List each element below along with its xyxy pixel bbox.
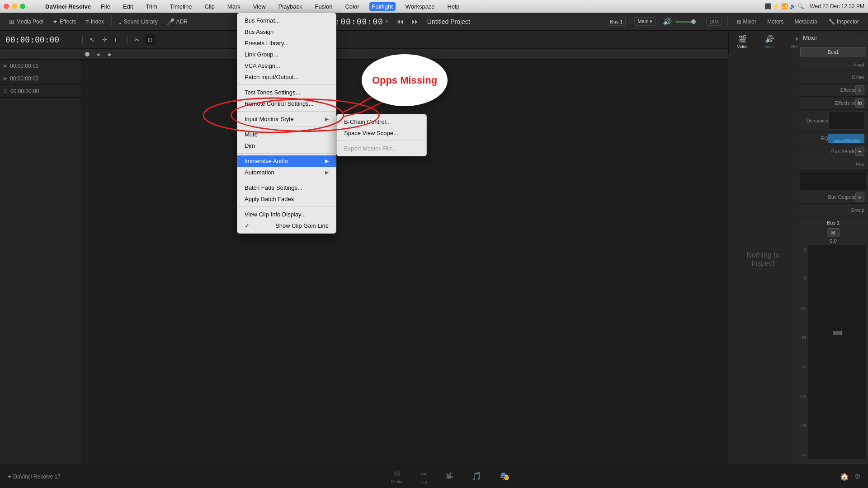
menu-bus-format[interactable]: Bus Format... xyxy=(237,15,336,26)
settings-btn[interactable]: ⚙ xyxy=(854,472,861,481)
view-menu[interactable]: View xyxy=(250,2,269,11)
media-tab-label: Media xyxy=(391,479,402,484)
dim-button[interactable]: DIM xyxy=(706,18,722,26)
sound-library-btn[interactable]: ♩ Sound Library xyxy=(115,16,161,27)
help-menu[interactable]: Help xyxy=(445,2,462,11)
adr-btn[interactable]: 🎤 ADR xyxy=(163,16,191,27)
timeline-menu[interactable]: Timeline xyxy=(167,2,195,11)
menu-vca-assign[interactable]: VCA Assign... xyxy=(237,60,336,71)
menubar-right: ⬛ ⚡ 📶 🔊 🔍 Wed 22 Dec 12:32 PM xyxy=(764,3,864,9)
menu-dim[interactable]: Dim xyxy=(237,140,336,151)
menu-bus-assign[interactable]: Bus Assign _ xyxy=(237,26,336,38)
content-area: 00:00:00:00 ↖ ✛ ⊢ ✂ ⊟ ▶ 00: xyxy=(0,31,868,465)
menu-link-group[interactable]: Link Group... xyxy=(237,49,336,60)
menu-show-clip-gain[interactable]: ✓ Show Clip Gain Line xyxy=(237,220,336,231)
menu-presets-library[interactable]: Presets Library... xyxy=(237,38,336,49)
volume-icon: 🔊 xyxy=(663,17,672,26)
ws-tab-media[interactable]: 🖥 Media xyxy=(382,466,411,487)
home-btn[interactable]: 🏠 xyxy=(840,472,849,481)
effects-in-btn[interactable]: In xyxy=(855,99,864,108)
trim-menu[interactable]: Trim xyxy=(143,2,160,11)
bus-badge[interactable]: Bus 1 xyxy=(607,18,626,26)
clip-icon-btn[interactable]: ⊟ xyxy=(145,34,156,45)
effects-btn[interactable]: ✦ Effects xyxy=(49,16,80,27)
toolbar-sep-2 xyxy=(727,17,728,26)
menu-patch-io[interactable]: Patch Input/Output... xyxy=(237,71,336,83)
tab-effects[interactable]: ✦ Effects xyxy=(783,33,798,52)
track-panel: ▶ 00:00:00:00 ▶ 00:00:00:00 ⊙ 00:00:00:0… xyxy=(0,49,81,465)
menu-immersive-audio[interactable]: Immersive Audio ▶ xyxy=(237,155,336,167)
fast-forward-btn[interactable]: ⏭ xyxy=(409,17,422,27)
timecode-dropdown[interactable]: ▾ xyxy=(385,18,388,25)
cut-tool[interactable]: ✂ xyxy=(132,35,142,44)
clip-sep xyxy=(82,35,83,44)
mixer-options-btn[interactable]: ··· xyxy=(859,34,863,41)
file-menu[interactable]: File xyxy=(98,2,113,11)
menu-batch-fade-settings[interactable]: Batch Fade Settings... xyxy=(237,182,336,193)
ws-tab-edit[interactable]: 📽 xyxy=(436,469,462,484)
media-pool-btn[interactable]: ⊞ Media Pool xyxy=(5,16,47,27)
mute-button[interactable]: M xyxy=(827,228,840,237)
edit-menu[interactable]: Edit xyxy=(120,2,136,11)
workspace-menu[interactable]: Workspace xyxy=(403,2,438,11)
bus-outputs-add-btn[interactable]: + xyxy=(855,192,864,202)
submenu-space-view[interactable]: Space View Scope... xyxy=(337,127,426,139)
clip-timecode: 00:00:00:00 xyxy=(5,35,59,44)
trim-tool[interactable]: ⊢ xyxy=(113,35,123,44)
audio-tab-icon: 🔊 xyxy=(765,35,774,43)
clip-menu[interactable]: Clip xyxy=(202,2,217,11)
volume-slider[interactable] xyxy=(675,21,703,23)
menu-apply-batch-fades[interactable]: Apply Batch Fades xyxy=(237,193,336,205)
close-button[interactable] xyxy=(4,4,9,9)
dynamics-display xyxy=(828,112,864,130)
meters-label: Meters xyxy=(767,19,784,25)
metadata-btn[interactable]: Metadata xyxy=(791,17,821,27)
inspector-btn[interactable]: 🔧 Inspector xyxy=(825,17,863,27)
main-badge[interactable]: Main ▾ xyxy=(634,17,656,26)
mark-menu[interactable]: Mark xyxy=(225,2,243,11)
ws-tab-fairlight[interactable]: 🎵 xyxy=(462,469,491,485)
index-label: Index xyxy=(91,19,104,25)
fader-track[interactable] xyxy=(808,245,866,459)
workspace-tabs: ✦ DaVinci Resolve 17 🖥 Media ✂ Cut 📽 🎵 🎭… xyxy=(0,465,868,488)
playback-menu[interactable]: Playback xyxy=(276,2,305,11)
menu-input-monitor[interactable]: Input Monitor Style ▶ xyxy=(237,113,336,125)
fusion-menu[interactable]: Fusion xyxy=(312,2,335,11)
video-tab-label: Video xyxy=(737,44,748,49)
immersive-audio-submenu: B-Chain Control... Space View Scope... E… xyxy=(336,114,427,156)
ws-tab-cut[interactable]: ✂ Cut xyxy=(411,466,436,487)
menu-remote-control[interactable]: Remote Control Settings... xyxy=(237,98,336,109)
select-tool[interactable]: ↖ xyxy=(87,35,97,44)
color-menu[interactable]: Color xyxy=(342,2,362,11)
mixer-row-dynamics: Dynamics xyxy=(798,110,868,132)
submenu-bchain[interactable]: B-Chain Control... xyxy=(337,116,426,127)
meters-btn[interactable]: Meters xyxy=(764,17,788,27)
menu-view-clip-info[interactable]: View Clip Info Display... xyxy=(237,209,336,220)
level-marks: 0 -5 -10 -15 -20 -30 -40 -50 xyxy=(800,244,806,461)
effects-add-btn[interactable]: + xyxy=(855,85,864,94)
move-tool[interactable]: ✛ xyxy=(100,35,110,44)
media-pool-area: ◆ ◆ xyxy=(81,49,728,465)
menu-automation[interactable]: Automation ▶ xyxy=(237,167,336,178)
submenu-sep xyxy=(337,141,426,141)
window-controls[interactable] xyxy=(4,4,25,9)
menu-mute[interactable]: Mute xyxy=(237,129,336,140)
bus1-badge-label: Bus1 xyxy=(827,49,839,55)
tab-audio[interactable]: 🔊 Audio xyxy=(756,33,783,52)
skip-back-btn[interactable]: ⏮ xyxy=(394,17,406,27)
menu-test-tones[interactable]: Test Tones Settings... xyxy=(237,87,336,98)
fairlight-menu-item[interactable]: Fairlight xyxy=(369,2,396,11)
ws-tab-fusion[interactable]: 🎭 xyxy=(491,469,519,485)
show-clip-gain-label: Show Clip Gain Line xyxy=(275,222,329,229)
minimize-button[interactable] xyxy=(12,4,17,9)
automation-label: Automation xyxy=(245,169,274,176)
tab-video[interactable]: 🎬 Video xyxy=(729,33,756,52)
arrow-icon: → xyxy=(627,19,632,24)
adr-icon: 🎤 xyxy=(167,18,175,25)
mixer-btn[interactable]: ⊞ Mixer xyxy=(733,17,760,27)
bus-sends-add-btn[interactable]: + xyxy=(855,147,864,156)
index-btn[interactable]: ≡ Index xyxy=(82,16,108,27)
dynamics-label: Dynamics xyxy=(802,118,828,123)
fader-handle[interactable] xyxy=(833,331,842,335)
maximize-button[interactable] xyxy=(20,4,25,9)
